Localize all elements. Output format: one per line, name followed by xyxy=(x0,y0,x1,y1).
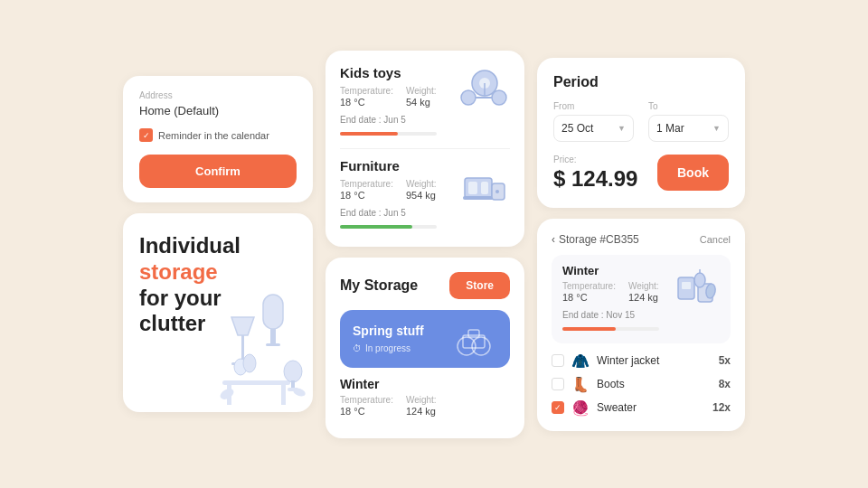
furniture-progress-bar xyxy=(340,225,437,229)
kids-end-date: End date : Jun 5 xyxy=(340,115,437,125)
spring-icon xyxy=(450,321,497,357)
kids-temp-value: 18 °C xyxy=(340,97,393,108)
lamp-svg xyxy=(213,286,313,412)
address-label: Address xyxy=(139,90,297,100)
check-left: 🧶 Sweater xyxy=(552,399,637,417)
svg-rect-4 xyxy=(241,335,244,362)
checklist: 🧥 Winter jacket 5x 👢 Boots 8x 🧶 Sweater … xyxy=(552,352,731,417)
item-qty: 5x xyxy=(719,354,731,367)
reminder-checkbox[interactable] xyxy=(139,128,153,142)
to-field: To 1 Mar ▼ xyxy=(648,101,729,142)
kids-temp-label: Temperature: xyxy=(340,86,393,96)
to-label: To xyxy=(648,101,729,111)
item-icon: 🧶 xyxy=(571,399,590,417)
price-label: Price: xyxy=(553,155,637,164)
check-box[interactable] xyxy=(552,354,564,367)
furniture-title: Furniture xyxy=(340,158,437,174)
to-select[interactable]: 1 Mar ▼ xyxy=(648,115,729,142)
furniture-weight-value: 954 kg xyxy=(406,190,437,201)
column-1: Address Home (Default) Reminder in the c… xyxy=(123,76,313,412)
furniture-icon xyxy=(458,158,510,203)
check-box[interactable] xyxy=(552,401,564,414)
svg-rect-0 xyxy=(263,295,283,329)
svg-rect-33 xyxy=(682,282,691,289)
from-label: From xyxy=(553,101,634,111)
spring-card[interactable]: Spring stuff ⏱ In progress xyxy=(340,310,510,368)
checklist-item: 🧶 Sweater 12x xyxy=(552,399,731,417)
column-3: Period From 25 Oct ▼ To 1 Mar ▼ Price: $… xyxy=(537,58,745,431)
address-value: Home (Default) xyxy=(139,104,297,117)
hero-line4: clutter xyxy=(139,311,205,335)
spring-status-text: In progress xyxy=(365,343,410,353)
svg-point-9 xyxy=(284,361,302,382)
my-storage-title: My Storage xyxy=(340,277,418,294)
hero-accent: storage xyxy=(139,259,218,284)
kids-weight-value: 54 kg xyxy=(406,97,437,108)
winter-progress-fill xyxy=(562,327,616,331)
winter-icon xyxy=(673,264,720,314)
furniture-temp: Temperature: 18 °C xyxy=(340,179,393,201)
svg-point-29 xyxy=(472,337,490,355)
item-icon: 🧥 xyxy=(571,352,590,370)
svg-rect-25 xyxy=(463,196,494,200)
back-icon: ‹ xyxy=(552,233,555,246)
winter-mini-title: Winter xyxy=(340,377,510,391)
winter-mini-meta: Temperature: 18 °C Weight: 124 kg xyxy=(340,395,510,417)
item-label: Boots xyxy=(597,378,625,390)
my-storage-header: My Storage Store xyxy=(340,272,510,299)
storage-detail-card: ‹ Storage #CB355 Cancel Winter Temperatu… xyxy=(537,219,745,431)
check-left: 🧥 Winter jacket xyxy=(552,352,659,370)
kids-temp: Temperature: 18 °C xyxy=(340,86,393,108)
store-button[interactable]: Store xyxy=(449,272,510,299)
svg-rect-8 xyxy=(281,385,286,405)
kids-weight-label: Weight: xyxy=(406,86,437,96)
item-qty: 8x xyxy=(719,378,731,390)
svg-point-13 xyxy=(243,354,256,372)
period-row: From 25 Oct ▼ To 1 Mar ▼ xyxy=(553,101,729,142)
svg-rect-24 xyxy=(481,182,488,194)
price-row: Price: $ 124.99 Book xyxy=(553,155,729,192)
check-left: 👢 Boots xyxy=(552,376,625,393)
confirm-button[interactable]: Confirm xyxy=(139,155,297,188)
kids-meta: Temperature: 18 °C Weight: 54 kg xyxy=(340,86,437,108)
period-card: Period From 25 Oct ▼ To 1 Mar ▼ Price: $… xyxy=(537,58,745,208)
check-box[interactable] xyxy=(552,378,564,390)
clock-icon: ⏱ xyxy=(353,343,362,353)
toys-icon xyxy=(458,65,510,110)
column-2: Kids toys Temperature: 18 °C Weight: 54 … xyxy=(326,51,524,438)
furniture-weight-label: Weight: xyxy=(406,179,437,189)
furniture-temp-label: Temperature: xyxy=(340,179,393,189)
kids-progress-fill xyxy=(340,132,398,136)
furniture-temp-value: 18 °C xyxy=(340,190,393,201)
furniture-section: Furniture Temperature: 18 °C Weight: 954… xyxy=(340,158,510,232)
my-storage-card: My Storage Store Spring stuff ⏱ In progr… xyxy=(326,258,524,438)
storage-items-card: Kids toys Temperature: 18 °C Weight: 54 … xyxy=(326,51,524,247)
back-link[interactable]: ‹ Storage #CB355 xyxy=(552,233,639,246)
furniture-weight: Weight: 954 kg xyxy=(406,179,437,201)
reminder-row: Reminder in the calendar xyxy=(139,128,297,142)
kids-progress-bar xyxy=(340,132,437,136)
hero-card: Individual storage for your clutter xyxy=(123,213,313,412)
svg-rect-1 xyxy=(270,329,276,345)
item-label: Sweater xyxy=(597,401,637,414)
from-select[interactable]: 25 Oct ▼ xyxy=(553,115,634,142)
cancel-link[interactable]: Cancel xyxy=(700,234,731,245)
winter-detail-section: Winter Temperature: 18 °C Weight: 124 kg… xyxy=(552,255,731,343)
winter-detail-meta: Temperature: 18 °C Weight: 124 kg xyxy=(562,281,659,303)
from-chevron: ▼ xyxy=(618,124,626,133)
svg-rect-2 xyxy=(266,343,280,346)
reminder-text: Reminder in the calendar xyxy=(158,130,269,141)
furniture-end-date: End date : Jun 5 xyxy=(340,208,437,218)
divider-1 xyxy=(340,148,510,149)
svg-point-28 xyxy=(458,337,476,355)
furniture-progress-fill xyxy=(340,225,412,229)
to-chevron: ▼ xyxy=(712,124,721,133)
item-label: Winter jacket xyxy=(597,354,659,367)
kids-weight: Weight: 54 kg xyxy=(406,86,437,108)
book-button[interactable]: Book xyxy=(657,155,729,191)
period-title: Period xyxy=(553,74,729,90)
spring-title: Spring stuff xyxy=(353,324,424,338)
detail-header: ‹ Storage #CB355 Cancel xyxy=(552,233,731,246)
svg-point-18 xyxy=(461,90,476,105)
furniture-meta: Temperature: 18 °C Weight: 954 kg xyxy=(340,179,437,201)
